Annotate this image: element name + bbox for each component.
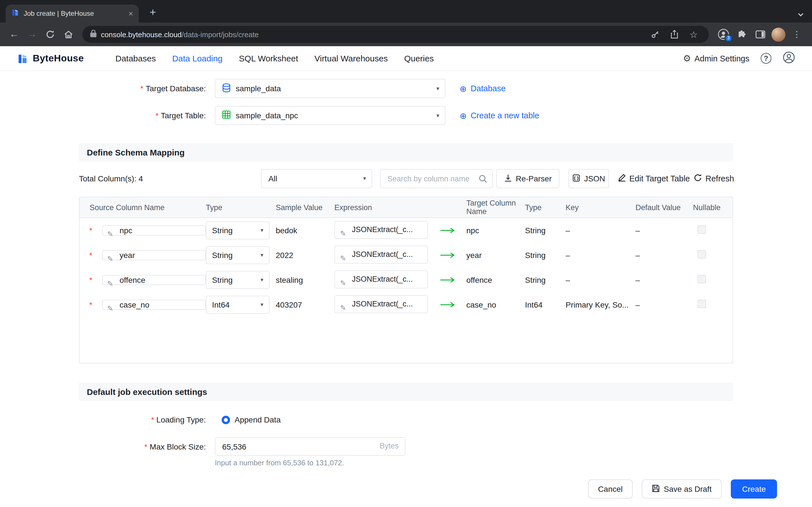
nullable-checkbox[interactable] — [698, 275, 706, 283]
extension-avatar-icon[interactable]: 3 — [717, 27, 730, 41]
key-value: – — [566, 226, 636, 235]
app-header: ByteHouse Databases Data Loading SQL Wor… — [0, 46, 812, 71]
pencil-icon: ✎ — [107, 304, 113, 313]
sample-value: 403207 — [276, 300, 335, 309]
nav-sql-worksheet[interactable]: SQL Worksheet — [239, 54, 298, 63]
type-select[interactable]: String▾ — [206, 221, 269, 239]
pencil-icon: ✎ — [340, 250, 346, 263]
back-button[interactable]: ← — [6, 26, 22, 43]
expression-button[interactable]: ✎JSONExtract(_c... — [335, 270, 428, 288]
nav-data-loading[interactable]: Data Loading — [172, 54, 223, 63]
browser-window: Job create | ByteHouse × + ← → console.b… — [0, 0, 812, 507]
source-column-input[interactable]: ✎ — [102, 226, 206, 235]
edit-icon — [617, 173, 626, 184]
chevron-down-icon: ▾ — [260, 247, 263, 264]
nullable-checkbox[interactable] — [698, 300, 706, 308]
create-new-table-link[interactable]: ⊕ Create a new table — [460, 106, 539, 125]
tab-close-icon[interactable]: × — [129, 10, 133, 17]
admin-settings-button[interactable]: ⚙ Admin Settings — [683, 53, 749, 64]
share-icon[interactable] — [667, 27, 682, 42]
table-row: * ✎ Int64▾ 403207 ✎JSONExtract(_c... cas… — [80, 292, 732, 317]
create-button[interactable]: Create — [731, 480, 777, 499]
table-row: * ✎ String▾ 2022 ✎JSONExtract(_c... year… — [80, 243, 732, 268]
type-select[interactable]: String▾ — [206, 271, 269, 289]
tab-strip: Job create | ByteHouse × + — [0, 0, 812, 22]
expression-button[interactable]: ✎JSONExtract(_c... — [335, 245, 428, 263]
loading-type-label: *Loading Type: — [79, 410, 206, 429]
app-header-right: ⚙ Admin Settings ? — [683, 51, 795, 66]
default-value: – — [636, 226, 693, 235]
sample-value: stealing — [276, 276, 335, 284]
source-column-input[interactable]: ✎ — [102, 300, 206, 309]
expression-button[interactable]: ✎JSONExtract(_c... — [335, 221, 428, 238]
browser-toolbar: ← → console.bytehouse.cloud/data-import/… — [0, 22, 812, 46]
browser-profile-avatar[interactable] — [771, 27, 785, 41]
browser-menu-icon[interactable]: ⋮ — [790, 27, 804, 42]
user-profile-icon[interactable] — [783, 51, 795, 66]
bytehouse-logo[interactable]: ByteHouse — [17, 53, 84, 64]
column-search — [380, 169, 493, 188]
address-bar[interactable]: console.bytehouse.cloud/data-import/jobs… — [82, 26, 709, 43]
nullable-checkbox[interactable] — [698, 225, 706, 234]
source-column-input[interactable]: ✎ — [102, 251, 206, 260]
key-value: – — [566, 251, 636, 260]
table-icon — [222, 110, 231, 121]
required-asterisk: * — [80, 226, 102, 235]
nav-virtual-warehouses[interactable]: Virtual Warehouses — [314, 54, 388, 63]
url-path: /data-import/jobs/create — [182, 30, 259, 39]
key-value: Primary Key, So... — [566, 300, 636, 309]
source-column-input[interactable]: ✎ — [102, 276, 206, 284]
max-block-size-input[interactable] — [215, 437, 405, 456]
tab-title: Job create | ByteHouse — [24, 10, 124, 17]
nav-queries[interactable]: Queries — [404, 54, 434, 63]
col-type: Type — [206, 203, 276, 212]
bytehouse-favicon-icon — [11, 8, 19, 18]
forward-button[interactable]: → — [24, 26, 41, 43]
password-key-icon[interactable] — [648, 27, 663, 42]
refresh-button[interactable]: Refresh — [694, 169, 734, 188]
database-link[interactable]: ⊕ Database — [460, 79, 506, 98]
home-button[interactable] — [60, 26, 77, 43]
type-select[interactable]: String▾ — [206, 246, 269, 264]
reload-button[interactable] — [42, 26, 59, 43]
help-icon[interactable]: ? — [761, 53, 771, 64]
type-select[interactable]: Int64▾ — [206, 296, 269, 314]
target-table-select[interactable]: sample_data_npc ▾ — [215, 106, 446, 125]
bookmark-star-icon[interactable]: ☆ — [686, 27, 701, 42]
json-button[interactable]: JSON — [568, 169, 609, 188]
save-as-draft-button[interactable]: Save as Draft — [642, 480, 722, 499]
search-icon — [479, 175, 487, 185]
target-database-select[interactable]: sample_data ▾ — [215, 79, 446, 98]
nav-databases[interactable]: Databases — [115, 54, 156, 63]
new-tab-button[interactable]: + — [146, 5, 160, 20]
arrow-right-icon — [436, 302, 458, 307]
pencil-icon: ✎ — [107, 230, 113, 238]
browser-tab[interactable]: Job create | ByteHouse × — [6, 4, 139, 22]
side-panel-icon[interactable] — [753, 27, 767, 42]
target-type: Int64 — [525, 300, 566, 309]
chevron-down-icon: ▾ — [363, 170, 366, 187]
loading-type-option[interactable]: Append Data — [221, 415, 281, 424]
target-column-name: npc — [458, 226, 525, 235]
circle-plus-icon: ⊕ — [460, 84, 467, 93]
column-filter-select[interactable]: All ▾ — [261, 169, 372, 188]
nullable-checkbox[interactable] — [698, 250, 706, 259]
target-database-value: sample_data — [236, 84, 281, 93]
default-value: – — [636, 300, 693, 309]
col-expression: Expression — [335, 203, 436, 212]
required-asterisk: * — [80, 300, 102, 309]
reparser-icon — [504, 174, 512, 183]
search-input[interactable] — [380, 170, 492, 187]
save-icon — [652, 484, 660, 494]
edit-target-table-button[interactable]: Edit Target Table — [617, 169, 690, 188]
col-sample-value: Sample Value — [276, 203, 335, 212]
database-icon — [222, 83, 231, 94]
expression-button[interactable]: ✎JSONExtract(_c... — [335, 295, 428, 313]
required-asterisk: * — [155, 111, 158, 120]
tab-search-chevron-icon[interactable] — [797, 9, 804, 19]
reparser-button[interactable]: Re-Parser — [496, 169, 559, 188]
cancel-button[interactable]: Cancel — [588, 480, 633, 499]
lock-icon — [90, 29, 96, 40]
extensions-puzzle-icon[interactable] — [734, 27, 749, 42]
schema-mapping-section-header: Define Schema Mapping — [79, 143, 733, 162]
